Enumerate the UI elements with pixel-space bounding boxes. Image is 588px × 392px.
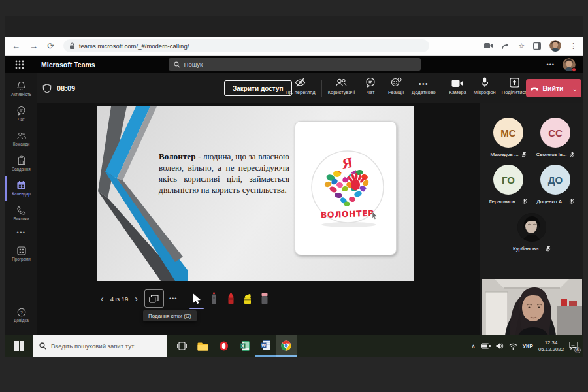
volume-icon[interactable] xyxy=(496,342,504,350)
leave-options-chevron-icon[interactable]: ⌄ xyxy=(568,85,581,92)
microphone-button[interactable]: Мікрофон xyxy=(474,76,496,95)
browser-menu-icon[interactable]: ⋮ xyxy=(570,42,577,50)
slide-nav-more-icon[interactable]: ••• xyxy=(169,295,177,302)
leave-button[interactable]: Вийти ⌄ xyxy=(526,79,581,97)
clock[interactable]: 12:34 05.12.2022 xyxy=(538,340,564,352)
teams-profile-avatar[interactable] xyxy=(563,58,576,71)
browser-profile-avatar[interactable] xyxy=(549,40,561,52)
eraser-icon xyxy=(261,292,269,305)
side-panel-icon[interactable] xyxy=(533,42,541,50)
opera-button[interactable] xyxy=(213,335,234,357)
sidebar-item-calls[interactable]: Виклики xyxy=(5,201,37,225)
reactions-button[interactable]: Реакції xyxy=(386,76,406,95)
excel-button[interactable]: X xyxy=(234,335,255,357)
sidebar-item-more[interactable]: ••• xyxy=(5,225,37,241)
tray-expand-icon[interactable]: ∧ xyxy=(471,343,476,350)
participant-tile[interactable]: МС Мамедов ... xyxy=(485,118,531,157)
assignments-icon xyxy=(17,155,26,165)
pointer-icon xyxy=(193,293,201,304)
laser-pointer-tool[interactable] xyxy=(208,291,220,306)
participants-button[interactable]: Користувачі xyxy=(328,76,355,95)
avatar: ДО xyxy=(540,165,570,195)
task-view-icon xyxy=(177,342,187,350)
participant-tile[interactable]: Курбанова... xyxy=(506,213,557,252)
file-explorer-button[interactable] xyxy=(192,335,213,357)
camera-button[interactable]: Камера xyxy=(448,76,468,95)
previous-slide-icon[interactable]: ‹ xyxy=(99,293,105,304)
meeting-controls: Пр. перегляд Користувачі xyxy=(286,76,527,97)
start-button[interactable] xyxy=(5,335,33,357)
address-bar[interactable]: teams.microsoft.com/_#/modern-calling/ xyxy=(63,39,429,52)
chat-icon xyxy=(16,106,26,116)
browser-reload-icon[interactable]: ⟳ xyxy=(47,41,54,51)
app-launcher-icon[interactable] xyxy=(15,60,24,69)
share-content-button[interactable]: Поділитися xyxy=(502,76,527,95)
highlighter-icon xyxy=(243,292,252,305)
mic-muted-icon xyxy=(546,246,551,252)
teams-sidebar: Активність Чат Команди xyxy=(5,73,37,335)
sidebar-item-help[interactable]: ? Довідка xyxy=(5,302,37,327)
notification-center-button[interactable]: 6 xyxy=(569,340,578,352)
participant-tile[interactable]: СС Семикоз Ів... xyxy=(532,118,578,157)
mic-muted-icon xyxy=(569,199,574,204)
screen-share-stage: Волонтер - людина, що за власною волею, … xyxy=(37,103,480,335)
bookmark-star-icon[interactable]: ☆ xyxy=(518,42,525,50)
participant-tile[interactable]: ГО Герасимов... xyxy=(485,165,531,204)
participant-name: Доценко А... xyxy=(536,199,566,204)
divider xyxy=(442,80,442,97)
pointer-tool[interactable] xyxy=(191,291,203,306)
windows-taskbar: X W xyxy=(5,335,583,357)
participant-name: Мамедов ... xyxy=(490,152,518,157)
people-icon xyxy=(335,76,347,88)
media-camera-icon[interactable] xyxy=(484,42,493,49)
sidebar-item-assignments[interactable]: Завдання xyxy=(5,151,37,176)
slide-image-card: Я xyxy=(295,121,397,255)
more-icon: ••• xyxy=(419,76,429,88)
sidebar-item-teams[interactable]: Команди xyxy=(5,126,37,151)
task-view-button[interactable] xyxy=(171,335,192,357)
slide-position-label: 4 із 19 xyxy=(110,295,129,302)
svg-text:X: X xyxy=(241,344,244,348)
grid-view-button[interactable] xyxy=(144,289,164,308)
word-button[interactable]: W xyxy=(255,335,276,357)
browser-forward-icon[interactable]: → xyxy=(29,41,38,51)
next-slide-icon[interactable]: › xyxy=(133,293,139,304)
excel-icon: X xyxy=(240,341,250,351)
chrome-button[interactable] xyxy=(276,335,297,357)
teams-header-more-icon[interactable]: ••• xyxy=(547,61,555,68)
participant-tile[interactable]: ДО Доценко А... xyxy=(532,165,578,204)
search-icon xyxy=(174,61,180,68)
teams-search-input[interactable] xyxy=(184,61,416,68)
system-tray: ∧ УКР 12:34 05.12.2022 xyxy=(471,340,583,352)
taskbar-apps: X W xyxy=(171,335,297,357)
presenter-view-button[interactable]: Пр. перегляд xyxy=(286,76,316,95)
browser-actions: ☆ ⋮ xyxy=(484,40,577,52)
bell-icon xyxy=(16,81,26,91)
sidebar-item-activity[interactable]: Активність xyxy=(5,76,37,101)
sidebar-item-apps[interactable]: Програми xyxy=(5,241,37,266)
battery-icon[interactable] xyxy=(481,343,491,349)
presentation-slide: Волонтер - людина, що за власною волею, … xyxy=(97,106,414,281)
hangup-icon xyxy=(530,86,539,91)
participant-name: Курбанова... xyxy=(513,246,543,252)
taskbar-search-input[interactable] xyxy=(51,342,155,350)
stop-sharing-button[interactable]: Закрити доступ xyxy=(224,80,292,96)
chat-icon xyxy=(365,76,376,88)
more-actions-button[interactable]: ••• Додатково xyxy=(412,76,436,95)
taskbar-search[interactable] xyxy=(33,335,167,357)
chat-button[interactable]: Чат xyxy=(361,76,380,95)
teams-search[interactable] xyxy=(169,58,421,71)
avatar: МС xyxy=(493,118,523,148)
browser-toolbar: ← → ⟳ teams.microsoft.com/_#/modern-call… xyxy=(5,37,583,56)
share-page-icon[interactable] xyxy=(502,42,510,50)
pen-tool[interactable] xyxy=(225,291,237,306)
eraser-tool[interactable] xyxy=(259,291,270,306)
grid-view-tooltip: Подання сітки (G) xyxy=(143,310,197,321)
sidebar-item-calendar[interactable]: Календар xyxy=(5,176,37,201)
keyboard-language[interactable]: УКР xyxy=(523,343,533,350)
wifi-icon[interactable] xyxy=(509,343,517,350)
chrome-icon xyxy=(281,340,291,351)
sidebar-item-chat[interactable]: Чат xyxy=(5,101,37,126)
highlighter-tool[interactable] xyxy=(242,291,253,306)
browser-back-icon[interactable]: ← xyxy=(12,41,20,51)
